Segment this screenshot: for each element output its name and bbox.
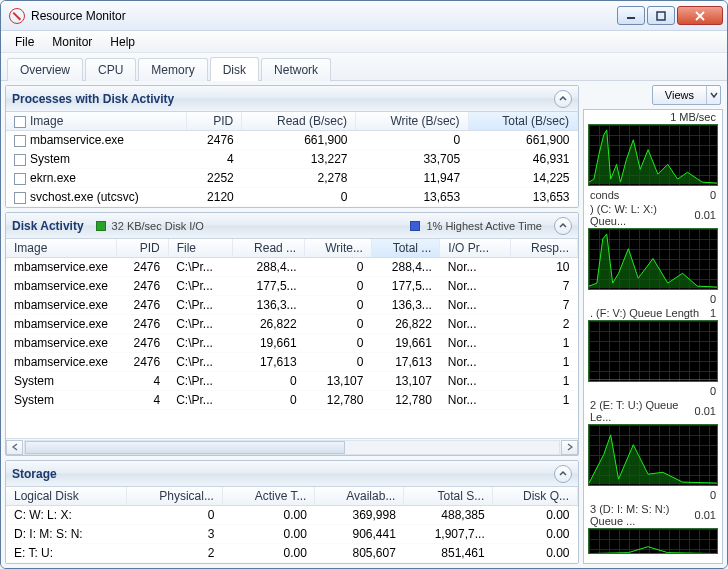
col-prio[interactable]: I/O Pr... bbox=[440, 239, 510, 258]
col-avail[interactable]: Availab... bbox=[315, 487, 404, 506]
menu-help[interactable]: Help bbox=[102, 33, 143, 51]
chart-zero: 0 bbox=[710, 189, 716, 201]
table-row[interactable]: mbamservice.exe2476C:\Pr...136,3...0136,… bbox=[6, 296, 578, 315]
tab-strip: Overview CPU Memory Disk Network bbox=[1, 53, 727, 81]
processes-header[interactable]: Processes with Disk Activity bbox=[6, 86, 578, 112]
scroll-right-button[interactable] bbox=[561, 440, 578, 455]
queue-graph-1 bbox=[588, 228, 718, 290]
col-disk[interactable]: Logical Disk bbox=[6, 487, 126, 506]
col-active[interactable]: Active T... bbox=[222, 487, 315, 506]
table-row[interactable]: ekrn.exe22522,27811,94714,225 bbox=[6, 169, 578, 188]
active-label: 1% Highest Active Time bbox=[426, 220, 542, 232]
collapse-icon[interactable] bbox=[554, 217, 572, 235]
table-row[interactable]: System4C:\Pr...012,78012,780Nor...1 bbox=[6, 391, 578, 410]
title-bar[interactable]: Resource Monitor bbox=[1, 1, 727, 31]
scroll-left-button[interactable] bbox=[6, 440, 23, 455]
chart3-val: 0.01 bbox=[695, 405, 716, 417]
col-image[interactable]: Image bbox=[6, 239, 116, 258]
chart3-label: 2 (E: T: U:) Queue Le... bbox=[590, 399, 695, 423]
processes-grid[interactable]: Image PID Read (B/sec) Write (B/sec) Tot… bbox=[6, 112, 578, 207]
col-pid[interactable]: PID bbox=[186, 112, 242, 131]
table-row[interactable]: mbamservice.exe2476C:\Pr...17,613017,613… bbox=[6, 353, 578, 372]
chart2-zero: 0 bbox=[710, 385, 716, 397]
chart-top-scale: 1 MB/sec bbox=[670, 111, 716, 123]
chart2-label: . (F: V:) Queue Length bbox=[590, 307, 699, 319]
table-row[interactable]: mbamservice.exe2476C:\Pr...177,5...0177,… bbox=[6, 277, 578, 296]
tab-memory[interactable]: Memory bbox=[138, 58, 207, 81]
chart3-zero: 0 bbox=[710, 489, 716, 501]
charts-panel: 1 MB/sec conds0 ) (C: W: L: X:) Queu...0… bbox=[583, 109, 723, 564]
minimize-button[interactable] bbox=[617, 6, 645, 25]
tab-overview[interactable]: Overview bbox=[7, 58, 83, 81]
menu-monitor[interactable]: Monitor bbox=[44, 33, 100, 51]
row-checkbox[interactable] bbox=[14, 173, 26, 185]
storage-header[interactable]: Storage bbox=[6, 461, 578, 487]
close-button[interactable] bbox=[677, 6, 723, 25]
scroll-track[interactable] bbox=[24, 440, 560, 455]
content-area: Processes with Disk Activity Image PID R… bbox=[1, 81, 727, 568]
table-row[interactable]: mbamservice.exe2476661,9000661,900 bbox=[6, 131, 578, 150]
table-row[interactable]: mbamservice.exe2476C:\Pr...26,822026,822… bbox=[6, 315, 578, 334]
col-read[interactable]: Read (B/sec) bbox=[242, 112, 356, 131]
maximize-button[interactable] bbox=[647, 6, 675, 25]
active-color-icon bbox=[410, 221, 420, 231]
col-file[interactable]: File bbox=[168, 239, 232, 258]
chart4-val: 0.01 bbox=[695, 509, 716, 521]
disk-activity-header[interactable]: Disk Activity 32 KB/sec Disk I/O 1% High… bbox=[6, 213, 578, 239]
app-window: Resource Monitor File Monitor Help Overv… bbox=[0, 0, 728, 569]
table-row[interactable]: svchost.exe (utcsvc)2120013,65313,653 bbox=[6, 188, 578, 207]
scroll-thumb[interactable] bbox=[25, 441, 345, 454]
chart1-label: ) (C: W: L: X:) Queu... bbox=[590, 203, 695, 227]
table-row[interactable]: D: I: M: S: N:30.00906,4411,907,7...0.00 bbox=[6, 525, 578, 544]
views-button[interactable]: Views bbox=[652, 85, 721, 105]
col-phys[interactable]: Physical... bbox=[126, 487, 222, 506]
processes-panel: Processes with Disk Activity Image PID R… bbox=[5, 85, 579, 208]
menu-file[interactable]: File bbox=[7, 33, 42, 51]
chevron-down-icon[interactable] bbox=[706, 86, 720, 104]
chart-xlabel: conds bbox=[590, 189, 619, 201]
table-row[interactable]: mbamservice.exe2476C:\Pr...288,4...0288,… bbox=[6, 258, 578, 277]
disk-activity-grid[interactable]: Image PID File Read ... Write... Total .… bbox=[6, 239, 578, 438]
col-resp[interactable]: Resp... bbox=[510, 239, 577, 258]
table-row[interactable]: C: W: L: X:00.00369,998488,3850.00 bbox=[6, 506, 578, 525]
table-row[interactable]: E: T: U:20.00805,607851,4610.00 bbox=[6, 544, 578, 563]
col-total[interactable]: Total ... bbox=[371, 239, 439, 258]
disk-activity-title: Disk Activity bbox=[12, 219, 84, 233]
svg-rect-1 bbox=[657, 12, 665, 20]
tab-network[interactable]: Network bbox=[261, 58, 331, 81]
table-row[interactable]: System413,22733,70546,931 bbox=[6, 150, 578, 169]
collapse-icon[interactable] bbox=[554, 90, 572, 108]
left-column: Processes with Disk Activity Image PID R… bbox=[5, 85, 579, 564]
chart2-val: 1 bbox=[710, 307, 716, 319]
right-column: Views 1 MB/sec conds0 ) (C: W: L: X:) Qu… bbox=[583, 85, 723, 564]
col-write[interactable]: Write (B/sec) bbox=[356, 112, 469, 131]
tab-cpu[interactable]: CPU bbox=[85, 58, 136, 81]
app-icon bbox=[9, 8, 25, 24]
row-checkbox[interactable] bbox=[14, 154, 26, 166]
table-row[interactable]: System4C:\Pr...013,10713,107Nor...1 bbox=[6, 372, 578, 391]
storage-grid[interactable]: Logical Disk Physical... Active T... Ava… bbox=[6, 487, 578, 563]
horizontal-scrollbar[interactable] bbox=[6, 438, 578, 455]
col-total[interactable]: Total S... bbox=[404, 487, 493, 506]
col-pid[interactable]: PID bbox=[116, 239, 168, 258]
row-checkbox[interactable] bbox=[14, 135, 26, 147]
tab-disk[interactable]: Disk bbox=[210, 57, 259, 81]
storage-panel: Storage Logical Disk Physical... Active … bbox=[5, 460, 579, 564]
collapse-icon[interactable] bbox=[554, 465, 572, 483]
col-queue[interactable]: Disk Q... bbox=[493, 487, 578, 506]
processes-title: Processes with Disk Activity bbox=[12, 92, 174, 106]
io-label: 32 KB/sec Disk I/O bbox=[112, 220, 204, 232]
queue-graph-4 bbox=[588, 528, 718, 554]
col-total[interactable]: Total (B/sec) bbox=[468, 112, 577, 131]
col-image[interactable]: Image bbox=[30, 114, 63, 128]
chart1-val: 0.01 bbox=[695, 209, 716, 221]
table-row[interactable]: mbamservice.exe2476C:\Pr...19,661019,661… bbox=[6, 334, 578, 353]
queue-graph-3 bbox=[588, 424, 718, 486]
menu-bar: File Monitor Help bbox=[1, 31, 727, 53]
col-read[interactable]: Read ... bbox=[233, 239, 305, 258]
queue-graph-2 bbox=[588, 320, 718, 382]
row-checkbox[interactable] bbox=[14, 192, 26, 204]
select-all-checkbox[interactable] bbox=[14, 116, 26, 128]
views-label: Views bbox=[653, 89, 706, 101]
col-write[interactable]: Write... bbox=[305, 239, 372, 258]
